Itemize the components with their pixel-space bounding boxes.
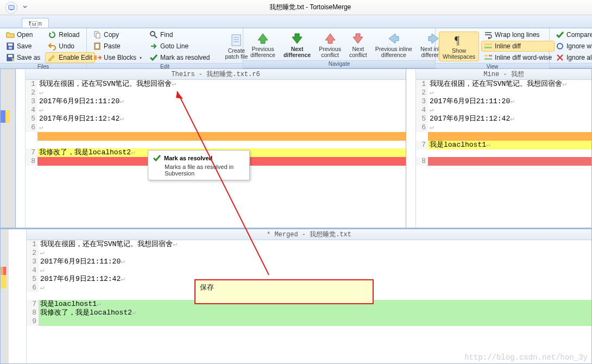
window-title: 我想睡觉.txt - TortoiseMerge: [28, 3, 592, 12]
marker-strip: [406, 69, 416, 228]
overview-strip-left-c[interactable]: [10, 69, 15, 228]
code-line[interactable]: [26, 141, 406, 148]
prev-diff-button[interactable]: Previous difference: [247, 30, 279, 60]
annotation-callout: 保存: [194, 279, 374, 304]
marker-strip: [16, 69, 26, 228]
mark-resolved-button[interactable]: Mark as resolved: [147, 52, 212, 63]
theirs-header: Theirs - 我想睡觉.txt.r6: [26, 69, 406, 80]
code-line[interactable]: 8: [416, 157, 591, 166]
code-line[interactable]: 32017年6月9日21:11:20↵: [27, 258, 591, 266]
code-line[interactable]: 2↵: [416, 89, 591, 97]
mark-resolved-tooltip: Mark as resolved Marks a file as resolve…: [148, 150, 250, 180]
use-blocks-button[interactable]: Use Blocks▾: [90, 52, 144, 63]
open-icon: [6, 30, 15, 39]
code-line[interactable]: 4↵: [26, 106, 406, 115]
qat-dropdown-icon[interactable]: [23, 5, 28, 10]
svg-point-24: [557, 43, 563, 49]
code-line[interactable]: 52017年6月9日21:12:42↵: [416, 115, 591, 123]
code-line[interactable]: 6↵: [26, 123, 406, 132]
svg-rect-3: [8, 43, 12, 46]
chevron-down-icon: ▾: [140, 55, 142, 60]
code-line[interactable]: 32017年6月9日21:11:20↵: [26, 97, 406, 106]
paste-icon: [93, 42, 102, 51]
useblocks-icon: [93, 53, 102, 62]
prev-conflict-button[interactable]: Previous conflict: [315, 30, 345, 60]
wrap-icon: [484, 30, 493, 39]
marker-strip: [17, 229, 27, 363]
accesskey-hint: M: [30, 21, 38, 28]
edit-icon: [48, 53, 56, 62]
ignore-all-button[interactable]: Ignore all: [553, 52, 592, 63]
code-line[interactable]: 2↵: [27, 249, 591, 258]
patch-icon: [229, 33, 243, 47]
tab-row: Main M: [0, 15, 592, 28]
reload-icon: [48, 30, 56, 39]
code-line[interactable]: 1我现在很困，还在写SVN笔记。我想回宿舍↵: [26, 80, 406, 89]
radio-icon: [556, 42, 564, 51]
next-conflict-button[interactable]: Next conflict: [345, 30, 371, 60]
compare-button[interactable]: Compare w: [553, 29, 592, 40]
inlinediff-icon: [484, 42, 493, 51]
code-line[interactable]: 32017年6月9日21:11:20↵: [416, 97, 591, 106]
svg-rect-8: [96, 33, 100, 38]
wrap-lines-button[interactable]: Wrap long lines: [481, 29, 555, 40]
ignore-whitespace-button[interactable]: Ignore wh: [553, 41, 592, 52]
open-button[interactable]: Open: [3, 29, 43, 40]
find-icon: [149, 30, 158, 39]
code-line[interactable]: 4↵: [27, 266, 591, 275]
mine-code[interactable]: 1我现在很困，还在写SVN笔记。我想回宿舍↵2↵32017年6月9日21:11:…: [416, 80, 591, 228]
titlebar: 我想睡觉.txt - TortoiseMerge: [0, 0, 592, 15]
up-arrow-green-icon: [256, 32, 270, 46]
gotoline-icon: [149, 42, 158, 51]
up-arrow-red-icon: [323, 32, 337, 46]
code-line[interactable]: 1我现在很困，还在写SVN笔记。我想回宿舍↵: [416, 80, 591, 89]
svg-text:¶: ¶: [455, 34, 459, 46]
group-navigate-label: Navigate: [243, 60, 435, 68]
code-line[interactable]: 9: [27, 317, 591, 326]
copy-button[interactable]: Copy: [90, 29, 144, 40]
down-arrow-red-icon: [351, 32, 365, 46]
code-line[interactable]: 2↵: [26, 89, 406, 97]
svg-rect-0: [9, 5, 15, 9]
saveas-button[interactable]: Save as: [3, 52, 43, 63]
prev-inline-button[interactable]: Previous inline difference: [371, 30, 416, 60]
save-icon: [6, 42, 15, 51]
code-line[interactable]: 4↵: [416, 106, 591, 115]
pilcrow-icon: ¶: [452, 33, 466, 47]
svg-rect-6: [8, 55, 12, 57]
app-icon: [5, 2, 17, 14]
svg-rect-11: [94, 55, 97, 60]
code-line[interactable]: 7我是loaclhost1↵: [416, 141, 591, 149]
show-whitespace-button[interactable]: ¶Show Whitespaces: [439, 32, 479, 61]
next-diff-button[interactable]: Next difference: [280, 30, 314, 60]
merged-overview-c[interactable]: [6, 229, 9, 363]
ribbon: Open Save Save as Reload Undo Enable Edi…: [0, 28, 592, 68]
overview-strip-left-b[interactable]: [5, 69, 10, 228]
undo-icon: [48, 42, 56, 51]
saveas-icon: [6, 53, 15, 62]
svg-rect-22: [489, 55, 492, 57]
workspace: Theirs - 我想睡觉.txt.r6 1我现在很困，还在写SVN笔记。我想回…: [0, 68, 592, 364]
code-line[interactable]: [416, 149, 591, 157]
paste-button[interactable]: Paste: [90, 41, 144, 52]
code-line[interactable]: —: [26, 132, 406, 141]
code-line[interactable]: 1我现在很困，还在写SVN笔记。我想回宿舍↵: [27, 240, 591, 249]
code-line[interactable]: 8我修改了，我是localhost2↵: [27, 309, 591, 317]
mine-header: Mine - 我想: [416, 69, 591, 80]
svg-rect-19: [484, 43, 492, 45]
check-icon: [149, 53, 158, 62]
inline-diff-button[interactable]: Inline diff: [481, 41, 555, 52]
goto-line-button[interactable]: Goto Line: [147, 41, 212, 52]
inlineword-icon: [484, 53, 493, 62]
left-arrow-icon: [387, 32, 401, 46]
check-green-icon: [556, 30, 564, 39]
inline-diff-word-button[interactable]: Inline diff word-wise: [481, 52, 555, 63]
code-line[interactable]: 52017年6月9日21:12:42↵: [26, 115, 406, 123]
overview-strip-left-a[interactable]: [1, 69, 5, 228]
code-line[interactable]: —: [416, 132, 591, 141]
svg-rect-20: [484, 47, 492, 48]
svg-rect-10: [96, 44, 99, 48]
find-button[interactable]: Find: [147, 29, 212, 40]
code-line[interactable]: 6↵: [416, 123, 591, 132]
save-button[interactable]: Save: [3, 41, 43, 52]
